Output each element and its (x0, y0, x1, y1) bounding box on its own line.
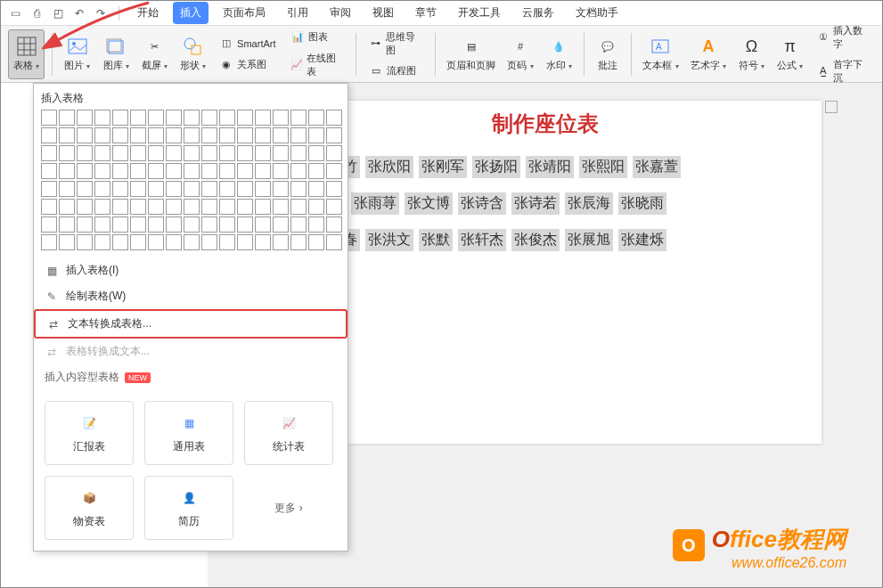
grid-cell[interactable] (201, 199, 217, 215)
grid-cell[interactable] (219, 145, 235, 161)
grid-cell[interactable] (112, 110, 128, 126)
grid-cell[interactable] (273, 199, 289, 215)
grid-cell[interactable] (166, 145, 182, 161)
grid-cell[interactable] (237, 234, 253, 250)
grid-cell[interactable] (326, 216, 342, 233)
grid-cell[interactable] (59, 181, 75, 197)
grid-cell[interactable] (94, 181, 110, 197)
pagenumber-button[interactable]: # 页码 ▾ (503, 29, 537, 79)
grid-cell[interactable] (166, 127, 182, 143)
tab-layout[interactable]: 页面布局 (216, 2, 273, 24)
formula-button[interactable]: π 公式 ▾ (773, 29, 807, 79)
grid-cell[interactable] (148, 216, 164, 233)
grid-cell[interactable] (219, 181, 235, 197)
menu-text-to-table[interactable]: ⇄ 文本转换成表格... (34, 309, 347, 339)
grid-cell[interactable] (41, 199, 57, 215)
grid-cell[interactable] (148, 127, 164, 143)
flowchart-button[interactable]: ▭流程图 (367, 62, 424, 80)
grid-cell[interactable] (94, 145, 110, 161)
grid-cell[interactable] (148, 234, 164, 250)
grid-cell[interactable] (237, 181, 253, 197)
grid-cell[interactable] (219, 199, 235, 215)
grid-cell[interactable] (77, 145, 93, 161)
grid-cell[interactable] (77, 234, 93, 250)
grid-cell[interactable] (41, 181, 57, 197)
dropcap-button[interactable]: A̲首字下沉 (814, 56, 871, 86)
grid-cell[interactable] (166, 216, 182, 233)
grid-cell[interactable] (59, 110, 75, 126)
grid-cell[interactable] (308, 216, 324, 233)
grid-cell[interactable] (77, 199, 93, 215)
grid-cell[interactable] (290, 110, 307, 126)
grid-cell[interactable] (112, 127, 128, 143)
undo-icon[interactable]: ↶ (72, 6, 86, 20)
grid-cell[interactable] (201, 234, 217, 250)
page[interactable]: 制作座位表 尃 张欣竹 张欣阳 张刚军 张扬阳 张靖阳 张熙阳 张嘉萱 旦 张飞… (269, 101, 822, 444)
grid-cell[interactable] (184, 127, 200, 143)
grid-cell[interactable] (308, 110, 324, 126)
grid-cell[interactable] (59, 199, 75, 215)
grid-cell[interactable] (41, 110, 57, 126)
save-icon[interactable]: ▭ (8, 6, 22, 20)
grid-cell[interactable] (237, 216, 253, 233)
grid-cell[interactable] (290, 181, 307, 197)
grid-cell[interactable] (308, 181, 324, 197)
grid-cell[interactable] (219, 234, 235, 250)
grid-cell[interactable] (59, 163, 75, 179)
grid-cell[interactable] (112, 199, 128, 215)
grid-cell[interactable] (219, 127, 235, 143)
grid-cell[interactable] (41, 216, 57, 233)
grid-cell[interactable] (255, 127, 271, 143)
tab-devtools[interactable]: 开发工具 (451, 2, 508, 24)
grid-cell[interactable] (166, 163, 182, 179)
grid-cell[interactable] (166, 110, 182, 126)
grid-cell[interactable] (201, 145, 217, 161)
mindmap-button[interactable]: ⊶思维导图 (367, 29, 424, 59)
grid-cell[interactable] (326, 110, 342, 126)
chart-button[interactable]: 📊图表 (289, 29, 346, 46)
grid-cell[interactable] (273, 110, 289, 126)
grid-cell[interactable] (326, 145, 342, 161)
grid-cell[interactable] (237, 199, 253, 215)
tab-start[interactable]: 开始 (130, 2, 166, 24)
comment-button[interactable]: 💬 批注 (592, 29, 624, 79)
grid-cell[interactable] (148, 145, 164, 161)
grid-cell[interactable] (148, 199, 164, 215)
grid-cell[interactable] (290, 127, 307, 143)
grid-cell[interactable] (308, 234, 324, 250)
grid-cell[interactable] (201, 163, 217, 179)
grid-cell[interactable] (326, 181, 342, 197)
grid-cell[interactable] (130, 199, 146, 215)
grid-cell[interactable] (184, 234, 200, 250)
grid-cell[interactable] (219, 110, 235, 126)
grid-cell[interactable] (130, 234, 146, 250)
grid-cell[interactable] (130, 181, 146, 197)
grid-cell[interactable] (255, 181, 271, 197)
grid-cell[interactable] (130, 163, 146, 179)
grid-cell[interactable] (94, 127, 110, 143)
grid-cell[interactable] (237, 145, 253, 161)
grid-cell[interactable] (148, 181, 164, 197)
grid-cell[interactable] (59, 234, 75, 250)
template-general[interactable]: ▦ 通用表 (144, 401, 233, 465)
grid-cell[interactable] (77, 181, 93, 197)
grid-cell[interactable] (255, 110, 271, 126)
grid-cell[interactable] (94, 110, 110, 126)
template-resume[interactable]: 👤 简历 (144, 476, 233, 540)
smartart-button[interactable]: ◫SmartArt (217, 35, 277, 53)
grid-cell[interactable] (308, 127, 324, 143)
grid-cell[interactable] (148, 110, 164, 126)
grid-cell[interactable] (290, 234, 307, 250)
grid-cell[interactable] (59, 127, 75, 143)
textbox-button[interactable]: A 文本框 ▾ (639, 29, 683, 79)
table-button[interactable]: 表格 ▾ (8, 29, 45, 79)
grid-cell[interactable] (77, 110, 93, 126)
grid-cell[interactable] (41, 163, 57, 179)
grid-cell[interactable] (273, 145, 289, 161)
grid-cell[interactable] (166, 234, 182, 250)
template-material[interactable]: 📦 物资表 (45, 476, 134, 540)
symbol-button[interactable]: Ω 符号 ▾ (734, 29, 769, 79)
grid-cell[interactable] (237, 127, 253, 143)
grid-cell[interactable] (77, 163, 93, 179)
wordart-button[interactable]: A 艺术字 ▾ (686, 29, 731, 79)
